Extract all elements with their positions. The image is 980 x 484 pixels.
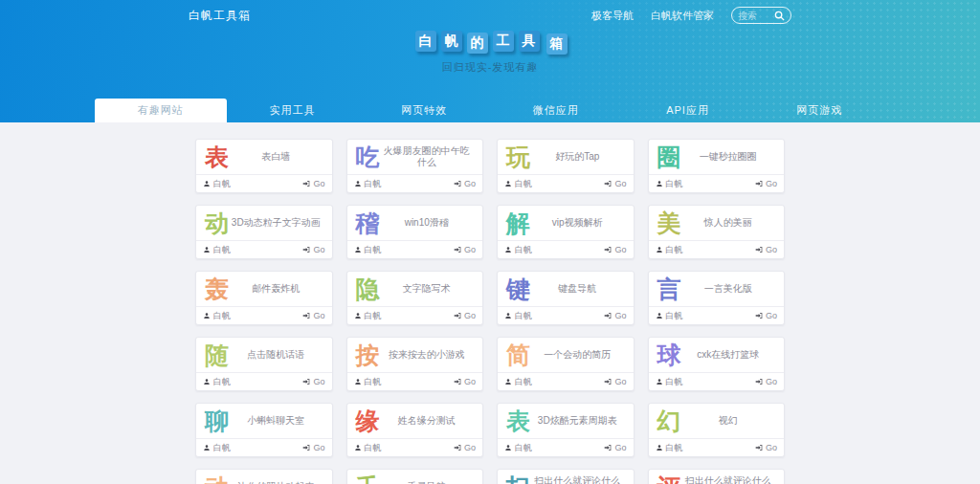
go-button[interactable]: Go bbox=[604, 443, 626, 452]
tool-card[interactable]: 动 让你的照片动起来 白帆 Go bbox=[195, 469, 333, 484]
tool-card[interactable]: 解 vip视频解析 白帆 Go bbox=[497, 205, 635, 259]
sign-in-icon bbox=[454, 312, 461, 319]
tool-card-top: 随 点击随机话语 bbox=[196, 338, 332, 372]
tool-card[interactable]: 随 点击随机话语 白帆 Go bbox=[195, 337, 333, 391]
tool-title: 3D动态粒子文字动画 bbox=[229, 217, 323, 229]
go-button[interactable]: Go bbox=[604, 245, 626, 254]
tool-author: 白帆 bbox=[666, 310, 683, 322]
go-button[interactable]: Go bbox=[755, 179, 777, 188]
tool-card[interactable]: 缘 姓名缘分测试 白帆 Go bbox=[346, 403, 484, 457]
tool-author: 白帆 bbox=[365, 310, 382, 322]
tool-author: 白帆 bbox=[666, 376, 683, 388]
tool-card[interactable]: 表 3D炫酷元素周期表 白帆 Go bbox=[497, 403, 635, 457]
brand[interactable]: 白帆工具箱 bbox=[189, 8, 251, 24]
tool-card[interactable]: 表 表白墙 白帆 Go bbox=[195, 139, 333, 193]
go-button[interactable]: Go bbox=[454, 245, 476, 254]
sign-in-icon bbox=[302, 246, 310, 253]
tool-card[interactable]: 隐 文字隐写术 白帆 Go bbox=[346, 271, 484, 325]
tool-title: 按来按去的小游戏 bbox=[380, 349, 475, 361]
go-button[interactable]: Go bbox=[454, 311, 476, 320]
tool-card-top: 千 千寻导航 bbox=[347, 470, 483, 484]
tool-card[interactable]: 评 扫出什么就评论什么_图片版 白帆 Go bbox=[648, 469, 786, 484]
tool-card[interactable]: 轰 邮件轰炸机 白帆 Go bbox=[195, 271, 333, 325]
author-area: 白帆 bbox=[504, 178, 532, 190]
tool-glyph: 键 bbox=[506, 277, 530, 301]
tool-card[interactable]: 球 cxk在线打篮球 白帆 Go bbox=[648, 337, 786, 391]
tool-card[interactable]: 玩 好玩的Tap 白帆 Go bbox=[497, 139, 635, 193]
go-label: Go bbox=[614, 179, 626, 188]
tool-card[interactable]: 吃 火爆朋友圈的中午吃什么 白帆 Go bbox=[346, 139, 484, 193]
go-button[interactable]: Go bbox=[755, 443, 777, 452]
tab[interactable]: API应用 bbox=[622, 99, 754, 122]
tab[interactable]: 网页特效 bbox=[358, 99, 490, 122]
tool-glyph: 扫 bbox=[506, 475, 530, 484]
tool-card-top: 评 扫出什么就评论什么_图片版 bbox=[649, 470, 785, 484]
tool-card[interactable]: 扫 扫出什么就评论什么_文字版 白帆 Go bbox=[497, 469, 635, 484]
user-icon bbox=[203, 180, 211, 187]
top-nav-link[interactable]: 白帆软件管家 bbox=[651, 9, 714, 23]
tool-card-footer: 白帆 Go bbox=[196, 240, 332, 258]
tool-card[interactable]: 圈 一键秒拉圈圈 白帆 Go bbox=[648, 139, 786, 193]
tool-glyph: 表 bbox=[506, 409, 530, 433]
tool-glyph: 圈 bbox=[657, 145, 681, 169]
tool-title: 点击随机话语 bbox=[229, 349, 323, 361]
user-icon bbox=[504, 378, 512, 385]
tab[interactable]: 有趣网站 bbox=[95, 99, 227, 122]
go-label: Go bbox=[313, 311, 324, 320]
go-button[interactable]: Go bbox=[755, 311, 777, 320]
top-nav-link[interactable]: 极客导航 bbox=[591, 9, 634, 23]
go-button[interactable]: Go bbox=[302, 443, 324, 452]
tool-card-footer: 白帆 Go bbox=[649, 240, 785, 258]
tool-glyph: 美 bbox=[657, 211, 681, 235]
tool-glyph: 按 bbox=[356, 343, 380, 367]
tool-card-top: 圈 一键秒拉圈圈 bbox=[649, 140, 785, 174]
search-icon[interactable] bbox=[774, 11, 785, 21]
user-icon bbox=[203, 312, 211, 319]
tool-card[interactable]: 按 按来按去的小游戏 白帆 Go bbox=[346, 337, 484, 391]
tool-card[interactable]: 幻 视幻 白帆 Go bbox=[648, 403, 786, 457]
author-area: 白帆 bbox=[203, 442, 231, 454]
go-button[interactable]: Go bbox=[454, 443, 476, 452]
tool-card[interactable]: 言 一言美化版 白帆 Go bbox=[648, 271, 786, 325]
go-label: Go bbox=[766, 377, 777, 386]
go-button[interactable]: Go bbox=[454, 179, 476, 188]
tool-title: win10滑稽 bbox=[380, 217, 475, 229]
sign-in-icon bbox=[604, 180, 612, 187]
tool-card-footer: 白帆 Go bbox=[649, 438, 785, 456]
tab[interactable]: 网页游戏 bbox=[753, 99, 885, 122]
tool-title: 火爆朋友圈的中午吃什么 bbox=[380, 145, 475, 168]
tool-card[interactable]: 稽 win10滑稽 白帆 Go bbox=[346, 205, 484, 259]
go-button[interactable]: Go bbox=[302, 245, 324, 254]
tool-card-footer: 白帆 Go bbox=[347, 372, 483, 390]
go-button[interactable]: Go bbox=[604, 377, 626, 386]
tool-glyph: 动 bbox=[205, 211, 229, 235]
tab[interactable]: 实用工具 bbox=[227, 99, 359, 122]
tab[interactable]: 微信应用 bbox=[490, 99, 622, 122]
go-button[interactable]: Go bbox=[755, 245, 777, 254]
author-area: 白帆 bbox=[354, 310, 382, 322]
go-button[interactable]: Go bbox=[604, 179, 626, 188]
go-button[interactable]: Go bbox=[755, 377, 777, 386]
go-label: Go bbox=[313, 377, 324, 386]
tool-card[interactable]: 千 千寻导航 白帆 Go bbox=[346, 469, 484, 484]
go-label: Go bbox=[614, 311, 626, 320]
tool-title: vip视频解析 bbox=[530, 217, 625, 229]
search-input[interactable] bbox=[738, 11, 774, 21]
tool-author: 白帆 bbox=[515, 244, 532, 256]
go-button[interactable]: Go bbox=[604, 311, 626, 320]
tool-card[interactable]: 简 一个会动的简历 白帆 Go bbox=[497, 337, 635, 391]
author-area: 白帆 bbox=[354, 442, 382, 454]
tool-card[interactable]: 键 键盘导航 白帆 Go bbox=[497, 271, 635, 325]
go-button[interactable]: Go bbox=[454, 377, 476, 386]
sign-in-icon bbox=[604, 378, 612, 385]
sign-in-icon bbox=[454, 180, 461, 187]
tool-card[interactable]: 美 惊人的美丽 白帆 Go bbox=[648, 205, 786, 259]
title-key: 帆 bbox=[441, 31, 462, 52]
tool-card[interactable]: 聊 小蝌蚪聊天室 白帆 Go bbox=[195, 403, 333, 457]
author-area: 白帆 bbox=[656, 376, 683, 388]
go-button[interactable]: Go bbox=[302, 179, 324, 188]
go-button[interactable]: Go bbox=[302, 311, 324, 320]
tool-card[interactable]: 动 3D动态粒子文字动画 白帆 Go bbox=[195, 205, 333, 259]
go-label: Go bbox=[464, 443, 476, 452]
go-button[interactable]: Go bbox=[302, 377, 324, 386]
